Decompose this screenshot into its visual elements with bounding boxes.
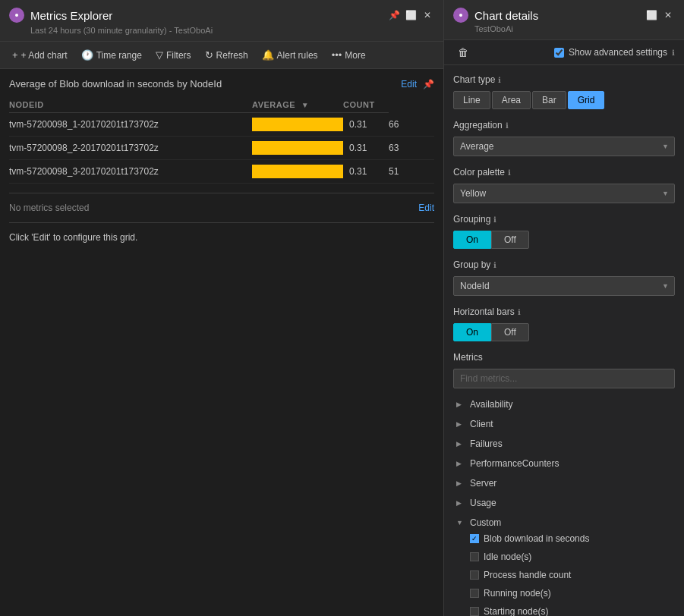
maximize-btn[interactable]: ⬜ [404,8,418,22]
more-button[interactable]: ••• More [326,46,372,64]
group-by-select[interactable]: NodeIdNone [453,276,675,296]
horizontal-bars-toggle: OnOff [453,323,675,341]
grouping-off-button[interactable]: Off [491,231,529,249]
app-icon-left [9,8,24,23]
right-close-btn[interactable]: ✕ [661,8,675,22]
color-palette-select-wrapper: YellowBlueGreenRedPurple [453,184,675,203]
pin-btn[interactable]: 📌 [387,8,401,22]
click-edit-hint: Click 'Edit' to configure this grid. [9,232,434,243]
show-advanced-checkbox[interactable] [554,48,564,58]
tree-item-label-text: PerformanceCounters [470,458,559,469]
expand-icon: ▶ [456,401,465,408]
delete-button[interactable]: 🗑 [453,45,473,60]
tree-item-label-text: Server [470,478,496,489]
refresh-button[interactable]: ↻ Refresh [199,46,254,64]
tree-child-item: Running node(s) [467,584,675,602]
expand-icon: ▶ [456,460,465,467]
filter-icon: ▽ [156,49,163,61]
left-content: Average of Blob download in seconds by N… [0,69,443,616]
checkbox-icon [470,570,479,580]
filters-button[interactable]: ▽ Filters [150,46,197,64]
chart2-header: No metrics selected Edit [9,203,434,213]
tree-item: ▶PerformanceCounters [453,454,675,473]
tree-item: ▶Server [453,473,675,493]
tree-item-label-text: Client [470,419,493,429]
chart-section-2: No metrics selected Edit [9,203,434,213]
tree-child-process-handle-count[interactable]: Process handle count [467,568,675,582]
chart-type-line-button[interactable]: Line [453,91,490,109]
expand-icon: ▶ [456,499,465,507]
aggregation-label: Aggregation ℹ [453,120,675,130]
tree-child-item: ✓Blob download in seconds [467,530,675,548]
right-content: Chart type ℹ LineAreaBarGrid Aggregation… [444,65,684,616]
expand-icon: ▶ [456,479,465,487]
aggregation-select-wrapper: AverageSumMinMaxCount [453,137,675,156]
aggregation-section: Aggregation ℹ AverageSumMinMaxCount [453,120,675,156]
horizontal-bars-label: Horizontal bars ℹ [453,306,675,317]
refresh-icon: ↻ [205,49,213,61]
chart-type-bar-button[interactable]: Bar [532,91,566,109]
tree-item-usage[interactable]: ▶Usage [453,496,675,510]
cell-avg: 0.31 [343,160,389,184]
window-controls: 📌 ⬜ ✕ [387,8,434,22]
help-icon: ℹ [672,49,675,57]
tree-item-label-text: Custom [470,517,501,528]
tree-item-custom[interactable]: ▼Custom [453,516,675,530]
col-nodeid: NODEID [9,97,252,113]
tree-item: ▶Failures [453,434,675,454]
tree-item-server[interactable]: ▶Server [453,476,675,490]
chart1-pin-icon: 📌 [423,79,434,90]
bar-visual [252,165,343,178]
clock-icon: 🕐 [81,49,93,61]
right-maximize-btn[interactable]: ⬜ [645,8,658,22]
color-palette-section: Color palette ℹ YellowBlueGreenRedPurple [453,167,675,203]
tree-item-availability[interactable]: ▶Availability [453,398,675,411]
tree-item-client[interactable]: ▶Client [453,417,675,431]
tree-item-label-text: Usage [470,498,496,508]
tree-item-failures[interactable]: ▶Failures [453,437,675,451]
horizontal-bars-on-button[interactable]: On [453,323,491,341]
tree-item: ▶Usage [453,493,675,513]
cell-nodeid: tvm-57200098_1-20170201t173702z [9,113,252,137]
aggregation-select[interactable]: AverageSumMinMaxCount [453,137,675,156]
advanced-settings-row: Show advanced settings ℹ [554,47,675,58]
bar-visual [252,118,343,131]
tree-child-blob-download-in-seconds[interactable]: ✓Blob download in seconds [467,532,675,545]
show-advanced-label[interactable]: Show advanced settings [569,47,667,58]
chart1-title: Average of Blob download in seconds by N… [9,78,222,90]
metrics-label: Metrics [453,352,675,363]
metrics-tree: ▶Availability▶Client▶Failures▶Performanc… [453,394,675,616]
color-palette-help-icon: ℹ [508,168,511,177]
collapse-icon: ▼ [456,519,465,526]
chart2-edit-button[interactable]: Edit [418,203,434,213]
tree-item-performancecounters[interactable]: ▶PerformanceCounters [453,457,675,470]
aggregation-help-icon: ℹ [506,121,509,130]
chart-type-section: Chart type ℹ LineAreaBarGrid [453,74,675,109]
group-by-section: Group by ℹ NodeIdNone [453,259,675,296]
horizontal-bars-off-button[interactable]: Off [491,323,529,341]
cell-avg: 0.31 [343,113,389,137]
alert-rules-button[interactable]: 🔔 Alert rules [256,46,324,64]
col-average[interactable]: AVERAGE ▼ [252,97,343,113]
time-range-button[interactable]: 🕐 Time range [75,46,148,64]
metrics-search-input[interactable] [453,369,675,388]
tree-child-starting-node(s)[interactable]: Starting node(s) [467,605,675,616]
color-palette-select[interactable]: YellowBlueGreenRedPurple [453,184,675,203]
right-header: Chart details ⬜ ✕ TestOboAi [444,0,684,40]
left-toolbar: + + Add chart 🕐 Time range ▽ Filters ↻ R… [0,42,443,69]
chart-type-area-button[interactable]: Area [492,91,531,109]
tree-child-idle-node(s)[interactable]: Idle node(s) [467,550,675,564]
divider-2 [9,222,434,223]
col-count: COUNT [343,97,389,113]
left-panel-title: Metrics Explorer [30,9,112,22]
tree-item: ▶Client [453,414,675,434]
chart-type-grid-button[interactable]: Grid [568,91,605,109]
tree-child-label-text: Process handle count [484,570,571,580]
add-chart-button[interactable]: + + Add chart [6,46,74,64]
tree-child-running-node(s)[interactable]: Running node(s) [467,586,675,600]
grouping-on-button[interactable]: On [453,231,491,249]
close-btn[interactable]: ✕ [421,8,434,22]
divider-1 [9,193,434,193]
chart1-edit-button[interactable]: Edit [401,79,417,90]
expand-icon: ▶ [456,420,465,428]
